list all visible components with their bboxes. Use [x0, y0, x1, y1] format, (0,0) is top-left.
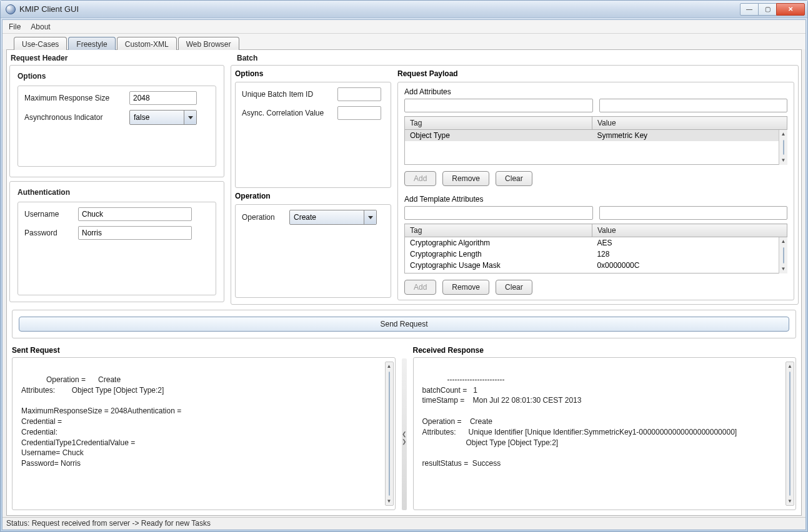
tmpl-row-tag: Cryptographic Length — [405, 249, 592, 260]
operation-title: Operation — [235, 192, 391, 200]
options-title: Options — [17, 72, 216, 81]
batch-panel: Options Unique Batch Item ID Async. Corr… — [231, 65, 799, 305]
window-title: KMIP Client GUI — [19, 4, 737, 14]
sent-request-text[interactable]: Operation = Create Attributes: Object Ty… — [12, 357, 396, 510]
maximize-button[interactable]: ▢ — [758, 3, 777, 16]
operation-inner: Operation Create — [235, 204, 391, 298]
tmpl-scrollbar[interactable]: ▲ ▼ — [779, 237, 787, 273]
app-window: KMIP Client GUI — ▢ ✕ File About Use-Cas… — [0, 0, 808, 532]
tmpl-value-input[interactable] — [599, 206, 788, 220]
app-icon — [6, 4, 16, 14]
tmpl-tag-input[interactable] — [404, 206, 593, 220]
attr-value-input[interactable] — [599, 99, 788, 112]
attributes-table: Tag Value Object Type — [404, 116, 787, 165]
batch-options-group: Options Unique Batch Item ID Async. Corr… — [235, 69, 391, 188]
unique-batch-id-input[interactable] — [337, 87, 381, 101]
window-controls: — ▢ ✕ — [741, 3, 805, 16]
tab-web-browser[interactable]: Web Browser — [178, 37, 239, 50]
tmpl-remove-button[interactable]: Remove — [442, 280, 489, 295]
tmpl-value-header[interactable]: Value — [592, 224, 787, 237]
scroll-down-icon: ▼ — [387, 497, 392, 505]
scroll-down-icon: ▼ — [787, 497, 792, 505]
scroll-thumb[interactable] — [789, 372, 791, 496]
scroll-thumb[interactable] — [389, 372, 390, 496]
close-button[interactable]: ✕ — [776, 3, 805, 16]
received-response-content: ----------------------- batchCount = 1 t… — [422, 375, 737, 468]
attr-clear-button[interactable]: Clear — [496, 171, 532, 186]
tab-use-cases[interactable]: Use-Cases — [14, 37, 67, 50]
async-indicator-label: Asynchronous Indicator — [24, 113, 124, 122]
unique-batch-id-label: Unique Batch Item ID — [242, 90, 332, 99]
recv-scrollbar[interactable]: ▲ ▼ — [786, 362, 794, 506]
tmpl-buttons: Add Remove Clear — [404, 280, 787, 295]
attr-tag-input[interactable] — [404, 99, 593, 112]
chevron-down-icon — [184, 111, 196, 124]
operation-label: Operation — [242, 213, 284, 222]
table-row[interactable]: Cryptographic Length 128 — [405, 249, 787, 260]
authentication-panel: Authentication Username Password — [9, 181, 224, 302]
attr-remove-button[interactable]: Remove — [442, 171, 489, 186]
tmpl-tag-header[interactable]: Tag — [405, 224, 592, 237]
received-response-text[interactable]: ----------------------- batchCount = 1 t… — [413, 357, 797, 510]
scroll-down-icon: ▼ — [781, 156, 786, 165]
status-text: Status: Request received from server -> … — [6, 519, 211, 528]
send-request-button[interactable]: Send Request — [19, 317, 789, 332]
add-attributes-label: Add Attributes — [404, 87, 787, 96]
tabs: Use-Cases Freestyle Custom-XML Web Brows… — [2, 34, 806, 49]
batch-title: Batch — [237, 54, 797, 62]
scroll-up-icon: ▲ — [787, 362, 792, 370]
tmpl-input-row — [404, 206, 787, 220]
async-corr-input[interactable] — [337, 106, 381, 120]
scroll-thumb[interactable] — [783, 140, 784, 155]
menu-file[interactable]: File — [9, 22, 21, 31]
splitter-handle[interactable] — [402, 358, 407, 510]
table-row[interactable]: Cryptographic Usage Mask 0x0000000C — [405, 260, 787, 271]
received-response-title: Received Response — [413, 346, 797, 355]
attr-input-row — [404, 99, 787, 112]
attr-row-value: Symmetric Key — [592, 130, 787, 141]
attr-buttons: Add Remove Clear — [404, 171, 787, 186]
batch-right: Request Payload Add Attributes — [397, 69, 794, 300]
scroll-up-icon: ▲ — [387, 362, 392, 370]
username-label: Username — [24, 210, 73, 219]
tmpl-add-button[interactable]: Add — [404, 280, 436, 295]
request-header-title: Request Header — [11, 54, 226, 62]
max-response-size-input[interactable] — [129, 91, 197, 105]
request-header-options-panel: Options Maximum Response Size Asynchrono… — [9, 65, 224, 177]
username-input[interactable] — [78, 207, 192, 221]
main-columns: Options Maximum Response Size Asynchrono… — [9, 65, 799, 305]
tmpl-row-value: 128 — [592, 249, 787, 260]
attr-tag-header[interactable]: Tag — [405, 117, 592, 130]
batch-options-inner: Unique Batch Item ID Async. Correlation … — [235, 82, 391, 188]
operation-select[interactable]: Create — [289, 210, 377, 225]
menu-about[interactable]: About — [31, 22, 50, 31]
table-row[interactable]: Object Type Symmetric Key — [405, 130, 787, 141]
options-inner: Maximum Response Size Asynchronous Indic… — [17, 86, 216, 167]
sent-scrollbar[interactable]: ▲ ▼ — [385, 362, 394, 506]
tmpl-row-value: 0x0000000C — [592, 260, 787, 271]
operation-value: Create — [294, 213, 316, 222]
tmpl-row-value: AES — [592, 237, 787, 249]
password-input[interactable] — [78, 226, 192, 240]
operation-group: Operation Operation Create — [235, 192, 391, 298]
attr-value-header[interactable]: Value — [592, 117, 787, 130]
tmpl-clear-button[interactable]: Clear — [496, 280, 532, 295]
attr-scrollbar[interactable]: ▲ ▼ — [779, 130, 787, 165]
template-attributes-table: Tag Value Cryptographic Algo — [404, 224, 787, 273]
password-label: Password — [24, 229, 73, 237]
tmpl-row-tag: Cryptographic Algorithm — [405, 237, 592, 249]
tab-freestyle[interactable]: Freestyle — [68, 37, 115, 50]
async-indicator-value: false — [134, 113, 149, 122]
tab-custom-xml[interactable]: Custom-XML — [117, 37, 177, 50]
table-row[interactable]: Cryptographic Algorithm AES — [405, 237, 787, 249]
tmpl-row-tag: Cryptographic Usage Mask — [405, 260, 592, 271]
scroll-thumb[interactable] — [783, 247, 784, 264]
client-area: File About Use-Cases Freestyle Custom-XM… — [2, 19, 806, 530]
sent-request-content: Operation = Create Attributes: Object Ty… — [21, 375, 181, 468]
authentication-inner: Username Password — [17, 202, 216, 295]
request-payload-title: Request Payload — [397, 69, 794, 78]
async-indicator-select[interactable]: false — [129, 110, 197, 125]
minimize-button[interactable]: — — [740, 3, 759, 16]
section-headers: Request Header Batch — [9, 54, 799, 62]
attr-add-button[interactable]: Add — [404, 171, 436, 186]
